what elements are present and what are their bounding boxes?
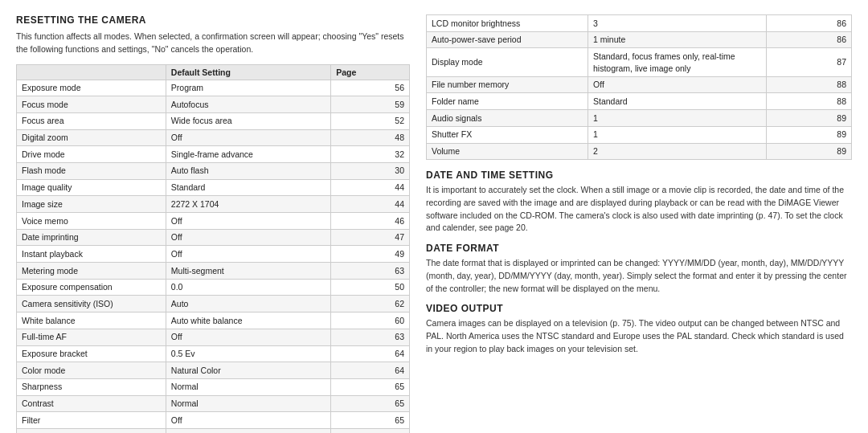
setting-default: Natural Color xyxy=(166,362,330,379)
text-section-title: VIDEO OUTPUT xyxy=(426,303,852,314)
setting-page: 32 xyxy=(331,146,410,163)
table-row: LCD monitor brightness 3 86 xyxy=(427,15,852,32)
setting-label: White balance xyxy=(17,312,166,329)
r-setting-value: 1 minute xyxy=(588,31,767,48)
setting-default: Multi-segment xyxy=(166,263,330,280)
setting-label: Color mode xyxy=(17,362,166,379)
text-section-body: The date format that is displayed or imp… xyxy=(426,257,852,295)
setting-label: Exposure compensation xyxy=(17,279,166,296)
setting-default: Auto flash xyxy=(166,162,330,179)
setting-page: 63 xyxy=(331,329,410,345)
r-setting-value: 3 xyxy=(588,15,767,32)
settings-table: Default Setting Page Exposure mode Progr… xyxy=(16,64,410,434)
setting-default: Off xyxy=(166,246,330,263)
setting-label: Camera sensitivity (ISO) xyxy=(17,296,166,312)
right-top-table: LCD monitor brightness 3 86 Auto-power-s… xyxy=(426,14,852,160)
text-section-title: DATE AND TIME SETTING xyxy=(426,170,852,181)
setting-label: Full-time AF xyxy=(17,329,166,345)
setting-label: Flash mode xyxy=(17,162,166,179)
r-setting-page: 87 xyxy=(767,48,852,76)
setting-label: Metering mode xyxy=(17,263,166,280)
setting-page: 65 xyxy=(331,378,410,395)
table-row: Shutter FX 1 89 xyxy=(427,126,852,143)
table-row: File number memory Off 88 xyxy=(427,76,852,93)
r-setting-value: Standard, focus frames only, real-time h… xyxy=(588,48,767,76)
col-label-header xyxy=(17,64,166,80)
setting-default: Off xyxy=(166,412,330,429)
r-setting-page: 89 xyxy=(767,126,852,143)
table-row: Focus area Wide focus area 52 xyxy=(17,112,410,129)
setting-label: Sharpness xyxy=(17,378,166,395)
r-setting-label: Audio signals xyxy=(427,110,588,127)
text-section-0: DATE AND TIME SETTING It is important to… xyxy=(426,170,852,235)
text-section-body: It is important to accurately set the cl… xyxy=(426,184,852,235)
table-row: White balance Auto white balance 60 xyxy=(17,312,410,329)
setting-page: 64 xyxy=(331,345,410,362)
setting-label: Voice memo xyxy=(17,213,166,230)
table-row: Date imprinting Off 47 xyxy=(17,229,410,246)
setting-page: 56 xyxy=(331,80,410,96)
setting-label: Instant playback xyxy=(17,246,166,263)
setting-page: 77 xyxy=(331,428,410,433)
setting-default: Off xyxy=(166,329,330,345)
col-page-header: Page xyxy=(331,64,410,80)
table-row: Focus mode Autofocus 59 xyxy=(17,96,410,113)
setting-label: Focus mode xyxy=(17,96,166,113)
setting-page: 30 xyxy=(331,162,410,179)
r-setting-page: 89 xyxy=(767,143,852,160)
setting-default: Autofocus xyxy=(166,96,330,113)
setting-default: Normal xyxy=(166,395,330,412)
table-row: Exposure bracket 0.5 Ev 64 xyxy=(17,345,410,362)
table-row: Drive mode Single-frame advance 32 xyxy=(17,146,410,163)
setting-page: 48 xyxy=(331,129,410,146)
setting-page: 60 xyxy=(331,312,410,329)
r-setting-page: 89 xyxy=(767,110,852,127)
table-row: Volume 2 89 xyxy=(427,143,852,160)
setting-page: 62 xyxy=(331,296,410,312)
main-content: RESETTING THE CAMERA This function affec… xyxy=(0,0,868,433)
setting-default: Auto white balance xyxy=(166,312,330,329)
table-row: Display mode Standard, focus frames only… xyxy=(427,48,852,76)
text-section-body: Camera images can be displayed on a tele… xyxy=(426,317,852,355)
setting-page: 47 xyxy=(331,229,410,246)
r-setting-label: Auto-power-save period xyxy=(427,31,588,48)
setting-default: Normal xyxy=(166,378,330,395)
col-default-header: Default Setting xyxy=(166,64,330,80)
setting-default: Single-frame advance xyxy=(166,146,330,163)
setting-page: 50 xyxy=(331,279,410,296)
setting-label: Exposure mode xyxy=(17,80,166,96)
r-setting-page: 86 xyxy=(767,15,852,32)
right-text-sections: DATE AND TIME SETTING It is important to… xyxy=(426,170,852,356)
r-setting-value: 1 xyxy=(588,110,767,127)
setting-default: 2272 X 1704 xyxy=(166,196,330,213)
setting-default: Off xyxy=(166,213,330,230)
table-row: Image size 2272 X 1704 44 xyxy=(17,196,410,213)
setting-page: 64 xyxy=(331,362,410,379)
r-setting-label: Display mode xyxy=(427,48,588,76)
table-row: Exposure compensation 0.0 50 xyxy=(17,279,410,296)
r-setting-label: Volume xyxy=(427,143,588,160)
setting-label: Filter xyxy=(17,412,166,429)
setting-page: 65 xyxy=(331,395,410,412)
setting-default: Standard xyxy=(166,179,330,196)
r-setting-value: 2 xyxy=(588,143,767,160)
r-setting-label: LCD monitor brightness xyxy=(427,15,588,32)
table-row: Voice memo Off 46 xyxy=(17,213,410,230)
table-row: Digital zoom Off 48 xyxy=(17,129,410,146)
table-row: Sharpness Normal 65 xyxy=(17,378,410,395)
r-setting-value: 1 xyxy=(588,126,767,143)
setting-page: 59 xyxy=(331,96,410,113)
setting-default: Auto xyxy=(166,296,330,312)
text-section-title: DATE FORMAT xyxy=(426,243,852,254)
left-section-title: RESETTING THE CAMERA xyxy=(16,14,410,26)
setting-page: 49 xyxy=(331,246,410,263)
setting-page: 44 xyxy=(331,196,410,213)
text-section-1: DATE FORMAT The date format that is disp… xyxy=(426,243,852,295)
intro-text: This function affects all modes. When se… xyxy=(16,31,410,56)
table-row: Full-time AF Off 63 xyxy=(17,329,410,345)
right-column: LCD monitor brightness 3 86 Auto-power-s… xyxy=(426,14,852,433)
setting-default: 0.0 xyxy=(166,279,330,296)
setting-default: Off xyxy=(166,129,330,146)
setting-label: Date imprinting xyxy=(17,229,166,246)
setting-label: Exposure bracket xyxy=(17,345,166,362)
